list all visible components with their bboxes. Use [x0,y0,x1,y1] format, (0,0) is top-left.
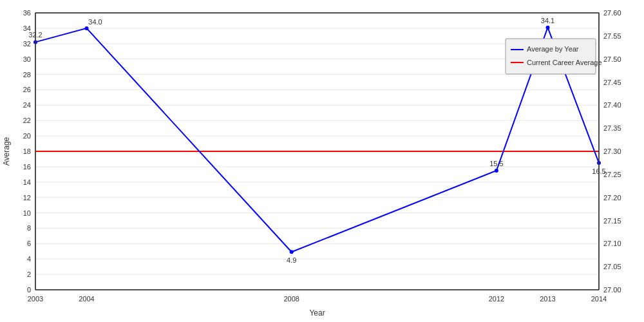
svg-text:36: 36 [23,9,31,17]
svg-text:16: 16 [23,163,31,171]
data-label-2008: 4.9 [287,256,296,264]
svg-text:2012: 2012 [489,295,504,303]
svg-text:2004: 2004 [79,295,94,303]
svg-text:4: 4 [27,255,31,263]
data-point-2008 [290,250,294,254]
svg-text:10: 10 [23,209,31,217]
data-point-2013 [546,26,550,30]
legend-box [506,39,596,74]
x-axis-ticks: 2003 2004 2008 2012 2013 2014 [28,295,607,303]
svg-text:2008: 2008 [283,295,299,303]
data-label-2013: 34.1 [541,17,554,24]
svg-text:27.15: 27.15 [603,217,621,225]
svg-text:2: 2 [27,270,31,278]
svg-text:27.00: 27.00 [603,286,621,294]
data-label-2012: 15.5 [489,160,503,167]
svg-text:2013: 2013 [540,295,555,303]
svg-text:2014: 2014 [591,295,607,303]
svg-text:27.50: 27.50 [603,55,621,63]
svg-text:27.10: 27.10 [603,240,621,247]
chart-container: 36 34 32 30 28 26 24 22 20 [0,0,644,322]
legend-series2-label: Current Career Average [527,59,602,66]
svg-text:27.35: 27.35 [603,124,621,132]
svg-text:0: 0 [27,286,31,294]
svg-text:6: 6 [27,240,31,247]
svg-text:27.05: 27.05 [603,263,621,270]
svg-text:30: 30 [23,55,31,63]
svg-text:27.45: 27.45 [603,79,621,86]
svg-text:27.60: 27.60 [603,9,621,17]
svg-text:18: 18 [23,147,31,155]
svg-text:27.30: 27.30 [603,147,621,155]
svg-text:14: 14 [23,178,31,186]
svg-text:28: 28 [23,71,31,79]
svg-text:20: 20 [23,132,31,140]
svg-text:27.55: 27.55 [603,32,621,40]
svg-text:22: 22 [23,117,31,124]
data-label-2004: 34.0 [88,18,102,26]
y-axis-title: Average [2,137,11,166]
svg-text:8: 8 [27,224,31,232]
svg-text:32: 32 [23,40,31,48]
svg-text:24: 24 [23,101,31,109]
svg-text:27.40: 27.40 [603,101,621,109]
svg-text:26: 26 [23,86,31,93]
svg-text:12: 12 [23,194,31,202]
data-point-2004 [85,26,89,30]
right-y-axis: 27.00 27.05 27.10 27.15 27.20 27.25 27.3… [603,9,621,294]
x-axis-title: Year [309,308,325,317]
chart-svg: 36 34 32 30 28 26 24 22 20 [0,0,644,322]
svg-text:2003: 2003 [28,295,43,303]
legend-series1-label: Average by Year [527,45,579,53]
svg-text:27.20: 27.20 [603,194,621,202]
data-point-2012 [495,169,498,173]
svg-text:27.25: 27.25 [603,171,621,178]
